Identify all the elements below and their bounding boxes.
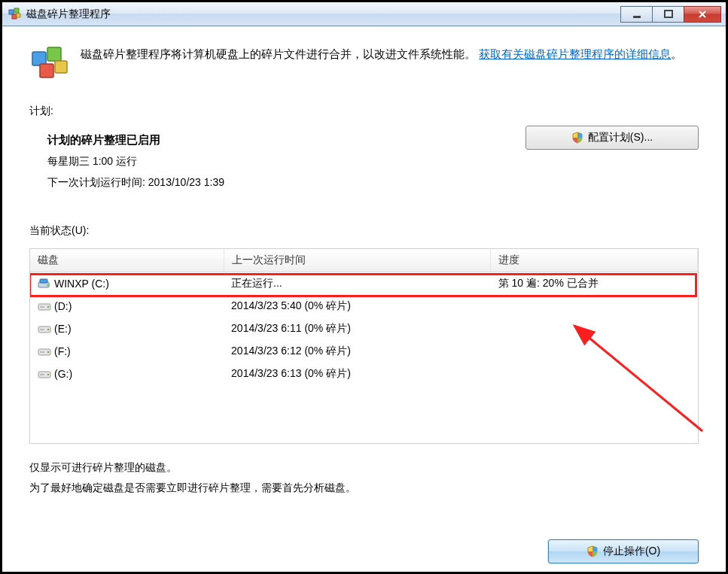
table-row[interactable]: (D:)2014/3/23 5:40 (0% 碎片) [30, 295, 698, 317]
disk-last-run: 2014/3/23 6:12 (0% 碎片) [224, 340, 491, 363]
disk-progress [491, 295, 698, 317]
svg-rect-13 [40, 279, 47, 283]
configure-schedule-label: 配置计划(S)... [588, 131, 653, 144]
hdd-icon [38, 301, 51, 311]
stop-button-label: 停止操作(O) [603, 545, 660, 558]
stop-button[interactable]: 停止操作(O) [548, 539, 699, 563]
hdd-icon [38, 346, 51, 357]
disk-last-run: 正在运行... [224, 272, 491, 296]
table-row[interactable]: WINXP (C:)正在运行...第 10 遍: 20% 已合并 [30, 272, 698, 296]
intro-row: 磁盘碎片整理程序将计算机硬盘上的碎片文件进行合并，以改进文件系统性能。 获取有关… [2, 26, 726, 90]
learn-more-link[interactable]: 获取有关磁盘碎片整理程序的详细信息 [479, 47, 671, 60]
content-area: 磁盘碎片整理程序将计算机硬盘上的碎片文件进行合并，以改进文件系统性能。 获取有关… [2, 26, 726, 572]
defrag-large-icon [29, 44, 72, 80]
svg-rect-0 [9, 10, 14, 14]
table-row[interactable]: (F:)2014/3/23 6:12 (0% 碎片) [30, 340, 698, 363]
titlebar: 磁盘碎片整理程序 [2, 2, 726, 26]
disk-progress [491, 340, 698, 363]
col-disk[interactable]: 磁盘 [30, 249, 224, 272]
shield-icon [586, 545, 599, 557]
hdd-icon [38, 369, 51, 379]
schedule-when: 每星期三 1:00 运行 [47, 155, 681, 169]
current-status-label: 当前状态(U): [2, 211, 726, 244]
disk-name: WINXP (C:) [54, 278, 109, 290]
svg-point-25 [47, 374, 49, 375]
disk-progress [491, 363, 698, 385]
window-buttons [620, 6, 721, 23]
table-row[interactable]: (E:)2014/3/23 6:11 (0% 碎片) [30, 317, 698, 340]
close-icon [697, 9, 708, 20]
disk-last-run: 2014/3/23 6:11 (0% 碎片) [224, 317, 491, 340]
schedule-next: 下一次计划运行时间: 2013/10/23 1:39 [47, 176, 681, 190]
disk-name: (E:) [54, 323, 72, 335]
notes: 仅显示可进行碎片整理的磁盘。 为了最好地确定磁盘是否需要立即进行碎片整理，需要首… [2, 444, 726, 497]
maximize-button[interactable] [652, 6, 684, 23]
disk-name: (F:) [54, 345, 71, 357]
disk-name: (G:) [54, 368, 72, 380]
svg-point-16 [47, 306, 49, 308]
svg-point-22 [47, 351, 49, 353]
close-button[interactable] [684, 6, 721, 23]
svg-rect-17 [40, 306, 44, 308]
os-disk-icon [38, 278, 51, 289]
svg-rect-1 [14, 8, 19, 13]
minimize-button[interactable] [620, 6, 652, 23]
disk-progress: 第 10 遍: 20% 已合并 [491, 272, 698, 296]
svg-rect-4 [633, 16, 641, 18]
col-progress[interactable]: 进度 [491, 249, 698, 272]
bottom-button-bar: 停止操作(O) [2, 531, 726, 572]
svg-rect-20 [40, 329, 44, 330]
maximize-icon [664, 10, 673, 19]
svg-rect-5 [665, 11, 672, 17]
intro-text: 磁盘碎片整理程序将计算机硬盘上的碎片文件进行合并，以改进文件系统性能。 获取有关… [81, 44, 682, 64]
svg-rect-3 [17, 14, 20, 17]
table-row[interactable]: (G:)2014/3/23 6:13 (0% 碎片) [30, 363, 698, 385]
disk-progress [491, 317, 698, 340]
disk-last-run: 2014/3/23 5:40 (0% 碎片) [224, 295, 491, 317]
window-title: 磁盘碎片整理程序 [26, 8, 111, 21]
col-last-run[interactable]: 上一次运行时间 [224, 249, 491, 272]
defrag-app-icon [8, 8, 22, 21]
intro-description: 磁盘碎片整理程序将计算机硬盘上的碎片文件进行合并，以改进文件系统性能。 [81, 47, 476, 60]
note-line-2: 为了最好地确定磁盘是否需要立即进行碎片整理，需要首先分析磁盘。 [29, 478, 699, 498]
disk-name: (D:) [54, 300, 72, 312]
minimize-icon [632, 10, 641, 19]
schedule-box: 计划的碎片整理已启用 每星期三 1:00 运行 下一次计划运行时间: 2013/… [29, 123, 699, 211]
disk-table: 磁盘 上一次运行时间 进度 WINXP (C:)正在运行...第 10 遍: 2… [30, 249, 698, 385]
svg-rect-9 [47, 47, 61, 61]
schedule-label: 计划: [2, 90, 726, 123]
intro-period: 。 [671, 47, 682, 60]
disk-last-run: 2014/3/23 6:13 (0% 碎片) [224, 363, 491, 385]
svg-rect-10 [40, 64, 53, 77]
svg-rect-14 [47, 284, 50, 286]
svg-point-19 [47, 329, 49, 330]
shield-icon [571, 132, 583, 144]
svg-rect-2 [12, 14, 17, 19]
hdd-icon [38, 323, 51, 334]
disk-table-container: 磁盘 上一次运行时间 进度 WINXP (C:)正在运行...第 10 遍: 2… [29, 248, 699, 444]
svg-rect-23 [40, 351, 44, 353]
svg-rect-11 [55, 61, 67, 73]
note-line-1: 仅显示可进行碎片整理的磁盘。 [29, 457, 699, 478]
svg-rect-26 [40, 374, 44, 375]
configure-schedule-button[interactable]: 配置计划(S)... [525, 126, 699, 150]
